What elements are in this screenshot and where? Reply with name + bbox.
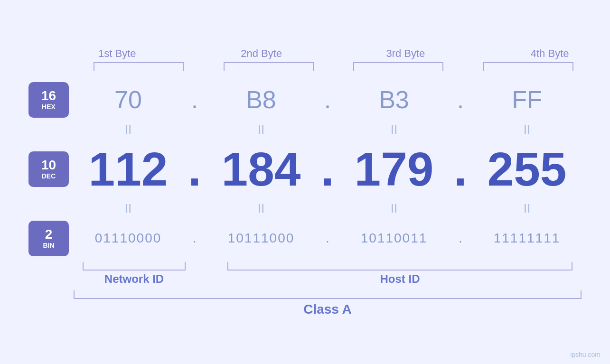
- hex-values: 70 . B8 . B3 . FF: [74, 85, 582, 114]
- hex-badge-number: 16: [41, 89, 56, 103]
- hex-row: 16 HEX 70 . B8 . B3 . FF: [28, 82, 582, 118]
- dot-dec-3: .: [449, 142, 472, 196]
- dot-hex-1: .: [183, 85, 206, 114]
- bin-badge-number: 2: [45, 227, 53, 242]
- dec-badge-label: DEC: [42, 172, 56, 180]
- eq1-4: II: [472, 122, 582, 137]
- dot-hex-3: .: [449, 85, 472, 114]
- equals-row-1: II II II II: [28, 121, 582, 138]
- dot-bin-1: .: [183, 231, 206, 246]
- byte-header-2: 2nd Byte: [201, 47, 322, 60]
- byte-header-3: 3rd Byte: [346, 47, 466, 60]
- byte-header-1: 1st Byte: [57, 47, 178, 60]
- dec-val-4: 255: [472, 142, 582, 196]
- bottom-section: Network ID Host ID: [74, 262, 582, 286]
- bin-values: 01110000 . 10111000 . 10110011 . 1111111…: [74, 231, 582, 246]
- hex-val-3: B3: [339, 85, 449, 114]
- dec-values: 112 . 184 . 179 . 255: [74, 142, 582, 196]
- dot-hex-2: .: [316, 85, 339, 114]
- eq2-4: II: [472, 201, 582, 216]
- bin-row: 2 BIN 01110000 . 10111000 . 10110011 .: [28, 221, 582, 256]
- dec-val-1: 112: [74, 142, 183, 196]
- bracket-top-2: [216, 62, 322, 71]
- equals-row-2: II II II II: [28, 200, 582, 217]
- bracket-top-1: [85, 62, 192, 71]
- host-id-label: Host ID: [380, 272, 420, 285]
- dec-badge: 10 DEC: [28, 151, 69, 187]
- bin-val-3: 10110011: [339, 231, 449, 246]
- bracket-top-3: [346, 62, 452, 71]
- network-label-wrap: Network ID: [74, 272, 195, 286]
- top-brackets-row: [85, 62, 582, 71]
- hex-val-1: 70: [74, 85, 183, 114]
- dot-bin-2: .: [316, 231, 339, 246]
- class-bracket: [74, 290, 582, 299]
- dot-dec-2: .: [316, 142, 339, 196]
- byte-headers-row: 1st Byte 2nd Byte 3rd Byte 4th Byte: [57, 47, 610, 60]
- hex-val-2: B8: [206, 85, 316, 114]
- hex-val-4: FF: [472, 85, 582, 114]
- watermark: ipshu.com: [570, 351, 601, 358]
- equals-symbols-1: II II II II: [74, 122, 582, 137]
- dec-badge-number: 10: [41, 158, 56, 173]
- network-bracket: [83, 262, 186, 271]
- bin-val-2: 10111000: [206, 231, 316, 246]
- hex-badge: 16 HEX: [28, 82, 69, 118]
- main-container: 1st Byte 2nd Byte 3rd Byte 4th Byte 16 H…: [0, 0, 610, 364]
- hex-badge-label: HEX: [42, 103, 56, 111]
- class-section: Class A: [74, 290, 582, 317]
- bottom-labels-row: Network ID Host ID: [74, 272, 582, 286]
- byte-header-4: 4th Byte: [489, 47, 610, 60]
- eq1-2: II: [206, 122, 316, 137]
- dot-bin-3: .: [449, 231, 472, 246]
- bottom-brackets-row: [74, 262, 582, 271]
- dot-dec-1: .: [183, 142, 206, 196]
- class-label: Class A: [303, 302, 352, 317]
- dec-row: 10 DEC 112 . 184 . 179 . 255: [28, 142, 582, 196]
- bin-badge-label: BIN: [43, 242, 54, 249]
- dec-val-3: 179: [339, 142, 449, 196]
- eq2-3: II: [339, 201, 449, 216]
- bracket-top-4: [475, 62, 582, 71]
- host-label-wrap: Host ID: [218, 272, 582, 286]
- eq1-3: II: [339, 122, 449, 137]
- bin-val-1: 01110000: [74, 231, 183, 246]
- eq2-2: II: [206, 201, 316, 216]
- eq2-1: II: [74, 201, 183, 216]
- network-id-label: Network ID: [104, 272, 164, 285]
- bin-badge: 2 BIN: [28, 221, 69, 256]
- network-bracket-wrap: [74, 262, 195, 271]
- bin-val-4: 11111111: [472, 231, 582, 246]
- equals-symbols-2: II II II II: [74, 201, 582, 216]
- host-bracket: [227, 262, 572, 271]
- eq1-1: II: [74, 122, 183, 137]
- host-bracket-wrap: [218, 262, 582, 271]
- dec-val-2: 184: [206, 142, 316, 196]
